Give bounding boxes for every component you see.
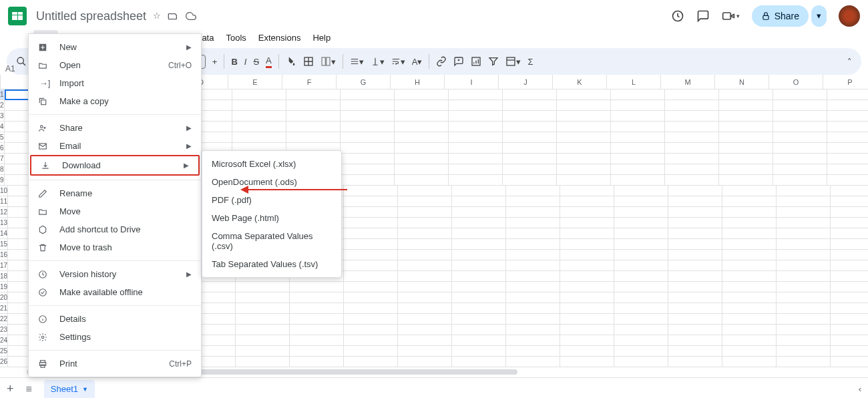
cell[interactable] <box>344 260 398 271</box>
menu-import[interactable]: →]Import <box>29 74 201 92</box>
row-header[interactable]: 13 <box>0 218 8 228</box>
cell[interactable] <box>614 239 668 250</box>
cell[interactable] <box>503 164 557 175</box>
cell[interactable] <box>398 207 452 218</box>
cell[interactable] <box>560 282 614 292</box>
cell[interactable] <box>611 164 665 175</box>
cell[interactable] <box>236 314 290 325</box>
cell[interactable] <box>506 260 560 271</box>
menu-help[interactable]: Help <box>307 30 336 45</box>
cell[interactable] <box>665 122 719 132</box>
cell[interactable] <box>560 260 614 271</box>
merge-cells-icon[interactable]: ▾ <box>320 56 336 67</box>
menu-settings[interactable]: Settings <box>29 328 201 346</box>
cell[interactable] <box>506 228 560 239</box>
cell[interactable] <box>560 186 614 196</box>
cell[interactable] <box>286 122 341 132</box>
cell[interactable] <box>341 154 395 164</box>
cell[interactable] <box>449 175 503 186</box>
cell[interactable] <box>668 250 722 260</box>
cell[interactable] <box>506 196 560 207</box>
cell[interactable] <box>503 100 557 111</box>
cell[interactable] <box>452 325 506 335</box>
download-tsv[interactable]: Tab Separated Values (.tsv) <box>202 255 341 273</box>
cell[interactable] <box>232 122 286 132</box>
menu-new[interactable]: New▶ <box>29 38 201 56</box>
cell[interactable] <box>831 325 868 335</box>
cell[interactable] <box>236 303 290 314</box>
row-header[interactable]: 23 <box>0 325 8 335</box>
cell[interactable] <box>290 357 344 367</box>
cell[interactable] <box>665 143 719 154</box>
cell[interactable] <box>777 303 831 314</box>
row-header[interactable]: 17 <box>0 260 8 271</box>
bold-icon[interactable]: B <box>231 57 237 67</box>
cell[interactable] <box>668 207 722 218</box>
cell[interactable] <box>827 100 868 111</box>
download-pdf[interactable]: PDF (.pdf) <box>202 191 341 209</box>
col-header[interactable]: F <box>282 75 337 89</box>
cell[interactable] <box>557 132 611 143</box>
cell[interactable] <box>449 164 503 175</box>
menu-share[interactable]: Share▶ <box>29 119 201 137</box>
cell[interactable] <box>722 239 777 250</box>
cell[interactable] <box>611 154 665 164</box>
cell[interactable] <box>344 282 398 292</box>
col-header[interactable]: J <box>499 75 553 89</box>
cell[interactable] <box>614 207 668 218</box>
cell[interactable] <box>398 357 452 367</box>
cell[interactable] <box>344 218 398 228</box>
cell[interactable] <box>722 335 777 346</box>
cell[interactable] <box>232 111 286 122</box>
menu-open[interactable]: OpenCtrl+O <box>29 56 201 74</box>
vertical-align-icon[interactable]: ▾ <box>371 57 385 67</box>
cell[interactable] <box>506 357 560 367</box>
cell[interactable] <box>398 282 452 292</box>
cell[interactable] <box>452 250 506 260</box>
cell[interactable] <box>665 132 719 143</box>
cell[interactable] <box>560 250 614 260</box>
cell[interactable] <box>344 239 398 250</box>
cell[interactable] <box>611 111 665 122</box>
cell[interactable] <box>614 346 668 357</box>
cell[interactable] <box>452 186 506 196</box>
cell[interactable] <box>398 196 452 207</box>
cell[interactable] <box>395 154 449 164</box>
col-header[interactable]: H <box>391 75 445 89</box>
cell[interactable] <box>452 218 506 228</box>
cell[interactable] <box>719 122 773 132</box>
doc-title[interactable]: Untitled spreadsheet <box>36 9 146 23</box>
cell[interactable] <box>557 164 611 175</box>
cell[interactable] <box>452 357 506 367</box>
cell[interactable] <box>831 346 868 357</box>
row-header[interactable]: 12 <box>0 207 8 218</box>
cell[interactable] <box>557 100 611 111</box>
cell[interactable] <box>722 207 777 218</box>
cell[interactable] <box>452 196 506 207</box>
cell[interactable] <box>449 100 503 111</box>
cell[interactable] <box>777 314 831 325</box>
horizontal-align-icon[interactable]: ▾ <box>350 57 364 67</box>
cell[interactable] <box>719 89 773 100</box>
row-header[interactable]: 25 <box>0 346 8 357</box>
cell[interactable] <box>398 218 452 228</box>
cell[interactable] <box>722 260 777 271</box>
row-header[interactable]: 22 <box>0 314 8 325</box>
menu-offline[interactable]: Make available offline <box>29 283 201 301</box>
all-sheets-icon[interactable]: ≡ <box>26 383 32 395</box>
cell[interactable] <box>611 175 665 186</box>
cell[interactable] <box>395 89 449 100</box>
cell[interactable] <box>506 292 560 303</box>
cell[interactable] <box>341 111 395 122</box>
cell[interactable] <box>398 335 452 346</box>
cell[interactable] <box>831 218 868 228</box>
cell[interactable] <box>344 303 398 314</box>
collapse-toolbar-icon[interactable]: ˄ <box>847 57 852 67</box>
insert-comment-icon[interactable] <box>453 56 464 67</box>
cell[interactable] <box>614 250 668 260</box>
meet-icon[interactable]: ▾ <box>722 9 740 23</box>
menu-trash[interactable]: Move to trash <box>29 238 201 256</box>
cell[interactable] <box>506 239 560 250</box>
row-header[interactable]: 20 <box>0 292 8 303</box>
cell[interactable] <box>452 207 506 218</box>
